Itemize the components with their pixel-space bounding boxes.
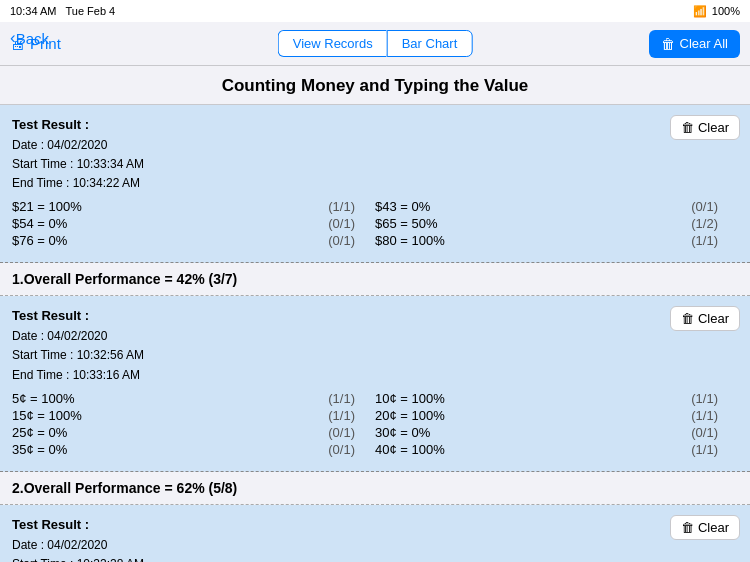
clear-all-label: Clear All bbox=[680, 36, 728, 51]
result-meta-2: Test Result :Date : 04/02/2020Start Time… bbox=[12, 306, 738, 384]
time-label: 10:34 AM bbox=[10, 5, 56, 17]
status-right: 📶 100% bbox=[693, 5, 740, 18]
result-item-left-label: 35¢ = 0% bbox=[12, 442, 295, 457]
result-item-left-label: $76 = 0% bbox=[12, 233, 295, 248]
result-meta-3: Test Result :Date : 04/02/2020Start Time… bbox=[12, 515, 738, 562]
result-card-1: 🗑ClearTest Result :Date : 04/02/2020Star… bbox=[0, 105, 750, 263]
result-item-right-label: $43 = 0% bbox=[375, 199, 658, 214]
clear-label-2: Clear bbox=[698, 311, 729, 326]
result-item-right-label: 10¢ = 100% bbox=[375, 391, 658, 406]
clear-button-2[interactable]: 🗑Clear bbox=[670, 306, 740, 331]
overall-perf-1: 1.Overall Performance = 42% (3/7) bbox=[0, 263, 750, 296]
back-button[interactable]: ‹ Back bbox=[10, 28, 49, 48]
result-item-right-label: $80 = 100% bbox=[375, 233, 658, 248]
clear-button-1[interactable]: 🗑Clear bbox=[670, 115, 740, 140]
result-item-left-val: (0/1) bbox=[295, 233, 375, 248]
result-item-left-val: (0/1) bbox=[295, 216, 375, 231]
content-area: Counting Money and Typing the Value 🗑Cle… bbox=[0, 66, 750, 562]
back-label: Back bbox=[16, 30, 49, 47]
status-time: 10:34 AM Tue Feb 4 bbox=[10, 5, 115, 17]
result-meta-1: Test Result :Date : 04/02/2020Start Time… bbox=[12, 115, 738, 193]
result-item-left-val: (1/1) bbox=[295, 408, 375, 423]
trash-icon: 🗑 bbox=[681, 120, 694, 135]
result-grid-1: $21 = 100%(1/1)$43 = 0%(0/1)$54 = 0%(0/1… bbox=[12, 199, 738, 248]
day-label: Tue Feb 4 bbox=[65, 5, 115, 17]
result-item-right-val: (1/1) bbox=[658, 233, 738, 248]
clear-label-1: Clear bbox=[698, 120, 729, 135]
segment-control: View Records Bar Chart bbox=[278, 30, 473, 57]
result-item-right-val: (1/1) bbox=[658, 408, 738, 423]
result-item-left-label: 15¢ = 100% bbox=[12, 408, 295, 423]
result-item-left-val: (1/1) bbox=[295, 199, 375, 214]
page-title: Counting Money and Typing the Value bbox=[0, 66, 750, 105]
result-item-right-label: $65 = 50% bbox=[375, 216, 658, 231]
page-title-text: Counting Money and Typing the Value bbox=[222, 76, 529, 95]
clear-label-3: Clear bbox=[698, 520, 729, 535]
overall-perf-2: 2.Overall Performance = 62% (5/8) bbox=[0, 472, 750, 505]
result-card-3: 🗑ClearTest Result :Date : 04/02/2020Star… bbox=[0, 505, 750, 562]
result-item-left-label: 5¢ = 100% bbox=[12, 391, 295, 406]
wifi-icon: 📶 bbox=[693, 5, 707, 18]
results-container: 🗑ClearTest Result :Date : 04/02/2020Star… bbox=[0, 105, 750, 562]
result-item-right-label: 30¢ = 0% bbox=[375, 425, 658, 440]
result-item-right-val: (1/2) bbox=[658, 216, 738, 231]
result-item-left-label: $54 = 0% bbox=[12, 216, 295, 231]
clear-all-button[interactable]: 🗑 Clear All bbox=[649, 30, 740, 58]
result-item-right-val: (0/1) bbox=[658, 425, 738, 440]
result-item-left-val: (1/1) bbox=[295, 391, 375, 406]
result-item-right-val: (1/1) bbox=[658, 442, 738, 457]
result-item-right-label: 40¢ = 100% bbox=[375, 442, 658, 457]
battery-label: 100% bbox=[712, 5, 740, 17]
result-item-left-val: (0/1) bbox=[295, 425, 375, 440]
clear-button-3[interactable]: 🗑Clear bbox=[670, 515, 740, 540]
trash-icon: 🗑 bbox=[681, 520, 694, 535]
result-item-right-val: (1/1) bbox=[658, 391, 738, 406]
trash-icon: 🗑 bbox=[681, 311, 694, 326]
status-bar: 10:34 AM Tue Feb 4 📶 100% bbox=[0, 0, 750, 22]
view-records-button[interactable]: View Records bbox=[278, 30, 387, 57]
nav-bar: 🖨 Print View Records Bar Chart 🗑 Clear A… bbox=[0, 22, 750, 66]
result-item-right-label: 20¢ = 100% bbox=[375, 408, 658, 423]
trash-icon: 🗑 bbox=[661, 36, 675, 52]
nav-center: View Records Bar Chart bbox=[278, 30, 473, 57]
result-item-right-val: (0/1) bbox=[658, 199, 738, 214]
result-item-left-label: $21 = 100% bbox=[12, 199, 295, 214]
result-item-left-val: (0/1) bbox=[295, 442, 375, 457]
result-item-left-label: 25¢ = 0% bbox=[12, 425, 295, 440]
result-card-2: 🗑ClearTest Result :Date : 04/02/2020Star… bbox=[0, 296, 750, 471]
bar-chart-button[interactable]: Bar Chart bbox=[387, 30, 473, 57]
result-grid-2: 5¢ = 100%(1/1)10¢ = 100%(1/1)15¢ = 100%(… bbox=[12, 391, 738, 457]
